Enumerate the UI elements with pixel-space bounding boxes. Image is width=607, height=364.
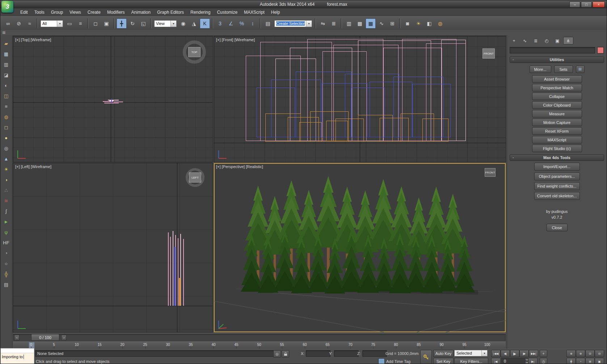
- utilities-rollout-header[interactable]: - Utilities: [510, 56, 604, 63]
- zoom-all-icon[interactable]: ⊛: [576, 350, 585, 357]
- dropdown-arrow-icon[interactable]: ▾: [306, 21, 312, 27]
- curve-editor-icon[interactable]: ∿: [376, 18, 387, 29]
- menu-item-rendering[interactable]: Rendering: [187, 9, 214, 16]
- schematic-view-icon[interactable]: ⊞: [387, 18, 397, 29]
- max4ds-button-convert-old-skeleton[interactable]: Convert old skeleton...: [534, 192, 580, 200]
- brush-icon[interactable]: ▰: [2, 39, 10, 48]
- next-frame-button[interactable]: ▶|: [528, 358, 538, 364]
- selection-status-field[interactable]: None Selected: [35, 350, 275, 357]
- max4ds-button-find-weight-conflicts[interactable]: Find weight conflicts...: [534, 182, 580, 190]
- stairs-icon[interactable]: ≡: [2, 102, 10, 111]
- viewcube-top-face[interactable]: TOP: [188, 47, 201, 57]
- dropdown-arrow-icon[interactable]: ▾: [481, 350, 487, 356]
- pan-icon[interactable]: ╋: [566, 358, 576, 364]
- render-setup-icon[interactable]: ☀: [413, 18, 423, 29]
- menu-item-create[interactable]: Create: [84, 9, 104, 16]
- viewport-perspective-label[interactable]: [+] [Perspective] [Realistic]: [216, 164, 263, 169]
- select-and-rotate-icon[interactable]: ↻: [127, 18, 138, 29]
- zoom-extents-all-icon[interactable]: ⊟: [595, 350, 604, 357]
- rendered-frame-window-icon[interactable]: ◧: [424, 18, 434, 29]
- utility-button-reset-xform[interactable]: Reset XForm: [532, 127, 582, 135]
- viewport-left[interactable]: [+] [Left] [Wireframe] LEFT: [13, 163, 212, 332]
- track-bar[interactable]: 0510152025303540455055606570758085909510…: [13, 341, 506, 350]
- teapot-icon[interactable]: ◍: [2, 112, 10, 121]
- viewcube-front-face[interactable]: FRONT: [482, 48, 495, 59]
- angle-snap-toggle-icon[interactable]: ∠: [226, 18, 236, 29]
- menu-item-graph-editors[interactable]: Graph Editors: [154, 9, 187, 16]
- arrow-icon[interactable]: ►: [2, 217, 10, 226]
- film-icon[interactable]: ▥: [2, 60, 10, 69]
- utility-button-color-clipboard[interactable]: Color Clipboard: [532, 101, 582, 109]
- cone-icon[interactable]: ▲: [2, 154, 10, 163]
- menu-item-maxscript[interactable]: MAXScript: [241, 9, 268, 16]
- viewcube-front[interactable]: FRONT: [482, 48, 495, 59]
- dropdown-arrow-icon[interactable]: ▾: [57, 21, 63, 27]
- viewcube-perspective-face[interactable]: FRONT: [485, 168, 496, 177]
- isolate-selection-icon[interactable]: ◎: [273, 350, 281, 357]
- select-and-move-icon[interactable]: ╋: [117, 18, 127, 29]
- set-keys-button[interactable]: [420, 350, 432, 364]
- macro-recorder-strip[interactable]: [1, 348, 34, 353]
- zoom-region-icon[interactable]: ⊞: [585, 358, 595, 364]
- utility-button-measure[interactable]: Measure: [532, 110, 582, 117]
- app-logo-icon[interactable]: 3: [1, 1, 13, 13]
- window-crossing-toggle-icon[interactable]: ▣: [101, 18, 111, 29]
- utilities-config-icon[interactable]: ⊞: [576, 65, 585, 73]
- menu-item-views[interactable]: Views: [66, 9, 84, 16]
- named-selection-sets-dropdown[interactable]: Create Selection Se▾: [274, 20, 312, 27]
- material-editor-icon[interactable]: ◙: [402, 18, 413, 29]
- object-color-swatch[interactable]: [597, 47, 604, 53]
- go-to-start-button[interactable]: |◀◀: [491, 350, 501, 357]
- current-frame-field[interactable]: 0 ▲▼: [501, 358, 530, 364]
- dropdown-arrow-icon[interactable]: ▾: [170, 21, 176, 27]
- utility-button-motion-capture[interactable]: Motion Capture: [532, 119, 582, 126]
- bone-icon[interactable]: ∫: [2, 207, 10, 215]
- viewport-front-label[interactable]: [+] [Front] [Wireframe]: [216, 38, 255, 42]
- select-by-name-icon[interactable]: ≡: [75, 18, 85, 29]
- table-icon[interactable]: ▤: [2, 280, 10, 289]
- zoom-icon[interactable]: ⊕: [566, 350, 576, 357]
- play-button[interactable]: ▶: [510, 350, 519, 357]
- sets-button[interactable]: Sets: [554, 65, 573, 73]
- motion-tab-icon[interactable]: ◴: [541, 37, 552, 44]
- render-production-icon[interactable]: ◍: [435, 18, 445, 29]
- menu-item-modifiers[interactable]: Modifiers: [104, 9, 128, 16]
- utility-button-flight-studio-c[interactable]: Flight Studio (c): [532, 145, 582, 152]
- pearl-icon[interactable]: ○: [2, 259, 10, 268]
- use-pivot-point-center-icon[interactable]: ◉: [178, 18, 188, 29]
- previous-key-button[interactable]: ◀|: [501, 350, 510, 357]
- spinner-snap-toggle-icon[interactable]: ↕: [248, 18, 258, 29]
- toggle-layer-explorer-icon[interactable]: ▩: [355, 18, 365, 29]
- key-filters-button[interactable]: Key Filters...: [454, 358, 488, 364]
- time-slider-handle[interactable]: 0 / 100: [31, 334, 59, 341]
- viewcube-perspective[interactable]: FRONT: [485, 168, 496, 177]
- utility-button-perspective-match[interactable]: Perspective Match: [532, 84, 582, 91]
- maximize-viewport-toggle-icon[interactable]: ▣: [595, 358, 604, 364]
- particles-icon[interactable]: ∴: [2, 186, 10, 194]
- max4ds-button-import-export[interactable]: Import/Export...: [534, 163, 580, 171]
- utilities-tab-icon[interactable]: ⋔: [563, 37, 573, 44]
- zoom-extents-icon[interactable]: ⊡: [585, 350, 595, 357]
- reference-coordinate-system-dropdown[interactable]: View▾: [154, 20, 177, 27]
- add-time-tag[interactable]: Add Time Tag: [386, 359, 410, 364]
- close-button[interactable]: ×: [593, 1, 605, 8]
- viewcube-left-face[interactable]: LEFT: [189, 172, 201, 183]
- maximize-button[interactable]: □: [581, 1, 592, 8]
- box-icon[interactable]: ◻: [2, 123, 10, 132]
- menu-item-edit[interactable]: Edit: [17, 9, 31, 16]
- utility-button-maxscript[interactable]: MAXScript: [532, 136, 582, 144]
- select-and-link-icon[interactable]: ∞: [3, 18, 13, 29]
- menu-item-tools[interactable]: Tools: [31, 9, 48, 16]
- keyboard-shortcut-override-icon[interactable]: K: [200, 18, 210, 29]
- toolbar-dock-handle-icon[interactable]: ▦: [2, 30, 5, 34]
- clapboard-icon[interactable]: ◪: [2, 70, 10, 79]
- menu-item-animation[interactable]: Animation: [128, 9, 154, 16]
- menu-item-customize[interactable]: Customize: [214, 9, 241, 16]
- unlink-selection-icon[interactable]: ⊘: [14, 18, 24, 29]
- x-coordinate-field[interactable]: [306, 350, 330, 357]
- snaps-toggle-icon[interactable]: 3: [215, 18, 225, 29]
- viewport-left-label[interactable]: [+] [Left] [Wireframe]: [15, 164, 51, 169]
- bind-to-space-warp-icon[interactable]: ≈: [25, 18, 35, 29]
- more-button[interactable]: More...: [530, 65, 551, 73]
- next-key-button[interactable]: |▶: [519, 350, 529, 357]
